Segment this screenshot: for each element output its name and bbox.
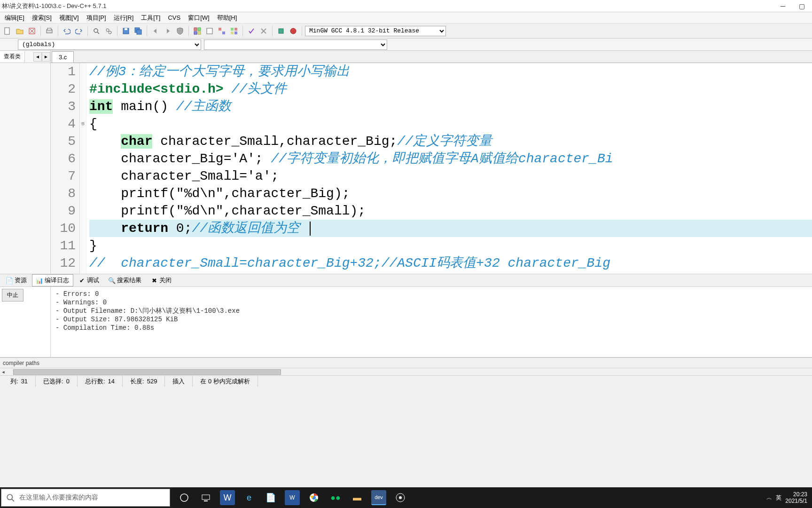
- status-length: 长度:529: [123, 376, 165, 387]
- compile-log-icon: 📊: [36, 277, 43, 284]
- svg-point-6: [109, 31, 111, 34]
- tab-search-results[interactable]: 🔍搜索结果: [104, 274, 146, 286]
- svg-rect-21: [234, 32, 237, 34]
- menu-search[interactable]: 搜索[S]: [29, 13, 55, 23]
- svg-rect-3: [47, 28, 51, 30]
- back-icon[interactable]: [150, 25, 161, 37]
- scroll-left-icon[interactable]: ◄: [0, 369, 7, 375]
- compiler-select[interactable]: MinGW GCC 4.8.1 32-bit Release: [305, 26, 446, 36]
- svg-rect-0: [5, 28, 9, 34]
- window-controls: ─ ▢: [778, 1, 810, 11]
- chrome-icon[interactable]: [306, 490, 321, 505]
- status-total-lines: 总行数:14: [78, 376, 123, 387]
- tab-compile-log[interactable]: 📊编译日志: [32, 274, 73, 286]
- svg-rect-20: [231, 32, 234, 34]
- wechat-icon[interactable]: ●●: [328, 490, 343, 505]
- svg-point-23: [290, 28, 296, 34]
- debug-tab-icon: ✔: [78, 277, 85, 284]
- panel-next-icon[interactable]: ►: [42, 52, 50, 62]
- menubar: 编辑[E] 搜索[S] 视图[V] 项目[P] 运行[R] 工具[T] CVS …: [0, 12, 812, 24]
- cortana-icon[interactable]: [177, 490, 192, 505]
- file-tabs: 3.c: [51, 51, 812, 63]
- globals-select[interactable]: (globals): [18, 40, 201, 50]
- svg-rect-17: [222, 32, 225, 34]
- word-app-icon[interactable]: W: [285, 490, 300, 505]
- shield-icon[interactable]: [174, 25, 186, 37]
- svg-point-4: [94, 29, 98, 32]
- main-area: 查看类 ◄ ► 3.c 123456789101112 ⊟ //例3：给定一个大…: [0, 51, 812, 274]
- svg-rect-16: [219, 28, 221, 31]
- folder-icon[interactable]: ▬: [350, 490, 365, 505]
- tray-clock[interactable]: 20:23 2021/5/1: [785, 491, 807, 504]
- compile-run-icon[interactable]: [216, 25, 227, 37]
- devcpp-icon[interactable]: dev: [371, 490, 386, 505]
- profile-icon[interactable]: [288, 25, 299, 37]
- menu-project[interactable]: 项目[P]: [84, 13, 109, 23]
- forward-icon[interactable]: [162, 25, 173, 37]
- svg-point-25: [180, 494, 188, 501]
- obs-icon[interactable]: [393, 490, 408, 505]
- undo-icon[interactable]: [61, 25, 72, 37]
- code-lines[interactable]: //例3：给定一个大写字母，要求用小写输出#include<stdio.h> /…: [86, 63, 812, 274]
- scroll-thumb[interactable]: [13, 369, 281, 375]
- ime-indicator[interactable]: 英: [776, 494, 781, 502]
- output-panel: 中止 - Errors: 0 - Warnings: 0 - Output Fi…: [0, 287, 812, 357]
- new-file-icon[interactable]: [2, 25, 13, 37]
- task-view-icon[interactable]: [198, 490, 213, 505]
- windows-taskbar: 在这里输入你要搜索的内容 W e 📄 W ●● ▬ dev ︿ 英 20:23 …: [0, 487, 812, 508]
- svg-rect-12: [198, 28, 201, 31]
- rebuild-icon[interactable]: [228, 25, 240, 37]
- fold-column: ⊟: [80, 63, 86, 274]
- statusbar: 列:31 已选择:0 总行数:14 长度:529 插入 在 0 秒内完成解析: [0, 375, 812, 387]
- menu-edit[interactable]: 编辑[E]: [2, 13, 27, 23]
- menu-cvs[interactable]: CVS: [165, 13, 183, 22]
- file-tab[interactable]: 3.c: [52, 51, 74, 63]
- code-editor[interactable]: 123456789101112 ⊟ //例3：给定一个大写字母，要求用小写输出#…: [51, 63, 812, 274]
- open-file-icon[interactable]: [14, 25, 25, 37]
- compile-icon[interactable]: [192, 25, 203, 37]
- save-all-icon[interactable]: [133, 25, 144, 37]
- search-icon: [6, 493, 15, 502]
- maximize-button[interactable]: ▢: [797, 1, 806, 11]
- status-parse: 在 0 秒内完成解析: [193, 376, 258, 387]
- word-icon[interactable]: W: [220, 490, 235, 505]
- edge-icon[interactable]: e: [242, 490, 257, 505]
- minimize-button[interactable]: ─: [778, 1, 788, 11]
- debug-icon[interactable]: [275, 25, 287, 37]
- titlebar: 林\讲义资料\1-100\3.c - Dev-C++ 5.7.1 ─ ▢: [0, 0, 812, 12]
- symbols-select[interactable]: [204, 40, 387, 50]
- notepad-icon[interactable]: 📄: [263, 490, 278, 505]
- svg-rect-18: [231, 28, 234, 31]
- stop-button[interactable]: 中止: [2, 289, 23, 302]
- redo-icon[interactable]: [73, 25, 85, 37]
- remove-file-icon[interactable]: [26, 25, 38, 37]
- system-tray: ︿ 英 20:23 2021/5/1: [766, 491, 812, 504]
- svg-rect-22: [279, 29, 283, 33]
- resources-icon: 📄: [6, 277, 13, 284]
- save-icon[interactable]: [120, 25, 132, 37]
- bottom-tabs: 📄资源 📊编译日志 ✔调试 🔍搜索结果 ✖关闭: [0, 274, 812, 287]
- menu-run[interactable]: 运行[R]: [111, 13, 137, 23]
- panel-prev-icon[interactable]: ◄: [33, 52, 42, 62]
- compile-output[interactable]: - Errors: 0 - Warnings: 0 - Output Filen…: [51, 287, 812, 357]
- taskbar-search[interactable]: 在这里输入你要搜索的内容: [1, 489, 170, 507]
- tab-resources[interactable]: 📄资源: [2, 274, 31, 286]
- menu-tools[interactable]: 工具[T]: [138, 13, 163, 23]
- tray-chevron-icon[interactable]: ︿: [766, 494, 772, 502]
- svg-rect-11: [194, 28, 197, 31]
- tab-close[interactable]: ✖关闭: [147, 274, 176, 286]
- run-icon[interactable]: [204, 25, 215, 37]
- output-hscrollbar[interactable]: ◄: [0, 368, 812, 375]
- svg-point-31: [399, 496, 402, 499]
- menu-view[interactable]: 视图[V]: [56, 13, 82, 23]
- compiler-paths-label: compiler paths: [0, 357, 812, 368]
- close-icon[interactable]: [258, 25, 269, 37]
- tab-debug[interactable]: ✔调试: [74, 274, 103, 286]
- menu-help[interactable]: 帮助[H]: [214, 13, 240, 23]
- class-view-tab[interactable]: 查看类: [0, 51, 25, 62]
- find-icon[interactable]: [91, 25, 102, 37]
- check-icon[interactable]: [246, 25, 257, 37]
- print-icon[interactable]: [44, 25, 55, 37]
- replace-icon[interactable]: [103, 25, 114, 37]
- menu-window[interactable]: 窗口[W]: [185, 13, 212, 23]
